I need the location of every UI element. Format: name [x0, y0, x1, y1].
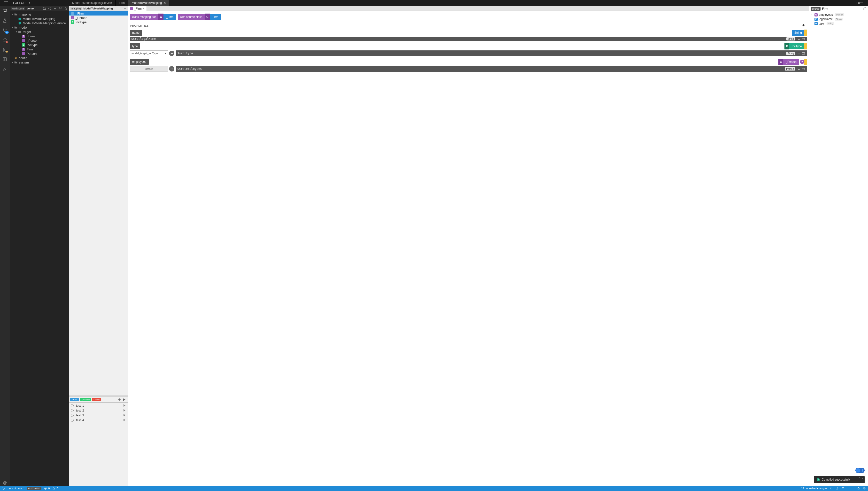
open-fullscreen-button[interactable] — [801, 37, 805, 41]
enum-mapping-select[interactable]: model_target_IncType ▾ — [130, 50, 168, 56]
twisty-icon[interactable]: ▾ — [15, 31, 18, 33]
twisty-icon[interactable]: ▸ — [11, 61, 14, 63]
type-label: _Person — [783, 59, 799, 65]
property-type-chip[interactable]: C _Person — [778, 59, 804, 65]
errors-indicator[interactable]: 0 — [44, 487, 50, 490]
branch-path[interactable]: demo / demo* — [8, 487, 24, 490]
expression-editor[interactable]: $src.legalName String — [130, 37, 807, 41]
activity-settings[interactable] — [2, 66, 7, 72]
add-mapping-element-button[interactable]: + — [124, 6, 126, 11]
notification-close-button[interactable]: × — [862, 477, 863, 480]
new-element-button[interactable] — [53, 7, 57, 10]
tab-modeltomodemappingservice[interactable]: ModelToModelMappingService — [69, 0, 116, 6]
tree-item[interactable]: <> config — [10, 56, 69, 60]
test-row[interactable]: test_3 — [69, 413, 128, 418]
tree-item[interactable]: E IncType — [10, 42, 69, 47]
expression-editor[interactable]: $src.employees Person — [176, 66, 807, 72]
property-name[interactable]: employees — [130, 59, 149, 65]
source-tree-row[interactable]: P legalName String — [811, 17, 866, 21]
expand-button[interactable] — [797, 37, 801, 41]
expression-editor[interactable]: $src.type String — [176, 50, 807, 56]
open-fullscreen-button[interactable] — [801, 51, 805, 55]
test-row[interactable]: test_4 — [69, 418, 128, 423]
tree-item[interactable]: C Firm — [10, 47, 69, 51]
edit-source-button[interactable] — [863, 7, 866, 11]
source-tree-row[interactable]: P type String — [811, 21, 866, 26]
tree-item[interactable]: C _Person — [10, 38, 69, 42]
tree-item[interactable]: ▾ target — [10, 30, 69, 34]
tree-item[interactable]: ModelToModelMappingService — [10, 21, 69, 25]
activity-tests[interactable] — [2, 18, 7, 23]
unpushed-changes[interactable]: 12 unpushed changes — [801, 487, 827, 490]
pull-button[interactable] — [841, 487, 845, 490]
run-test-button[interactable] — [123, 409, 126, 412]
activity-cloud[interactable] — [2, 37, 7, 42]
property-type-chip[interactable]: E IncType — [784, 43, 804, 50]
property-name[interactable]: name — [130, 30, 142, 36]
navigate-button[interactable] — [169, 66, 175, 71]
run-test-button[interactable] — [123, 418, 126, 422]
run-all-tests-button[interactable] — [122, 398, 126, 402]
tab-modeltomodelmapping[interactable]: ModelToModelMapping × — [128, 0, 169, 6]
run-test-button[interactable] — [123, 404, 126, 407]
sort-button[interactable]: ↓ — [798, 24, 801, 28]
search-button[interactable] — [64, 7, 67, 10]
property-type-chip[interactable]: String — [792, 30, 804, 36]
push-button[interactable] — [836, 487, 839, 490]
property-name[interactable]: type — [130, 44, 140, 49]
add-test-button[interactable] — [118, 398, 121, 402]
toggle-view-button[interactable] — [48, 7, 51, 10]
outdated-chip[interactable]: OUTDATED — [27, 487, 41, 490]
test-row[interactable]: test_1 — [69, 403, 128, 408]
activity-source-control[interactable]: 12 — [2, 28, 7, 33]
mapping-element[interactable]: C _Firm — [69, 11, 128, 16]
navigate-button[interactable] — [800, 60, 804, 64]
activity-gear[interactable] — [2, 480, 7, 486]
type-icon: C — [814, 13, 817, 17]
test-status-icon — [71, 404, 73, 407]
lock-icon[interactable] — [857, 487, 860, 490]
collapse-button[interactable] — [59, 7, 62, 10]
twisty-icon[interactable]: ▸ — [811, 13, 813, 16]
close-icon[interactable]: × — [143, 7, 145, 10]
mapping-element[interactable]: E IncType — [69, 20, 128, 24]
target-class-name[interactable]: _Firm — [163, 14, 176, 20]
twisty-icon[interactable]: ▾ — [11, 13, 14, 16]
svg-point-6 — [864, 488, 865, 489]
default-mapping-pill[interactable]: default — [130, 66, 168, 72]
expand-button[interactable] — [797, 67, 801, 71]
test-row[interactable]: test_2 — [69, 408, 128, 413]
menu-button[interactable] — [0, 0, 11, 6]
activity-docs[interactable] — [2, 57, 7, 62]
tab-firm[interactable]: Firm — [116, 0, 128, 6]
notification-collapse-button[interactable]: ˄ — [859, 477, 860, 480]
warnings-indicator[interactable]: 0 — [52, 487, 58, 490]
class-icon: C — [71, 11, 74, 15]
expand-button[interactable] — [797, 51, 801, 55]
assistant-toggle[interactable] — [856, 468, 865, 473]
sync-button[interactable] — [830, 487, 833, 490]
new-package-button[interactable] — [42, 7, 46, 10]
required-filter-button[interactable]: ✱ — [802, 24, 806, 28]
tree-item[interactable]: C _Firm — [10, 34, 69, 38]
source-tree-row[interactable]: ▸ C employees Person — [811, 12, 866, 17]
tree-item[interactable]: ▾ model — [10, 25, 69, 30]
navigate-button[interactable] — [169, 51, 175, 56]
editor-mode-label[interactable]: Form — [851, 0, 868, 6]
type-icon: P — [814, 22, 817, 25]
tree-item[interactable]: ▸ system — [10, 60, 69, 64]
twisty-icon[interactable]: ▾ — [11, 26, 14, 29]
close-icon[interactable]: × — [164, 1, 166, 5]
run-test-button[interactable] — [123, 414, 126, 417]
source-class-name[interactable]: Firm — [210, 14, 221, 20]
open-fullscreen-button[interactable] — [801, 67, 805, 71]
settings-icon[interactable] — [863, 487, 866, 490]
editor-tab-firm[interactable]: C _Firm × — [128, 6, 147, 11]
tree-item[interactable]: C Person — [10, 51, 69, 56]
mapping-element[interactable]: C _Person — [69, 16, 128, 20]
tree-item[interactable]: ModelToModelMapping — [10, 17, 69, 21]
activity-explorer[interactable] — [2, 8, 7, 13]
svg-point-0 — [65, 7, 66, 9]
activity-pull-requests[interactable] — [2, 47, 7, 52]
tree-item[interactable]: ▾ mapping — [10, 12, 69, 17]
